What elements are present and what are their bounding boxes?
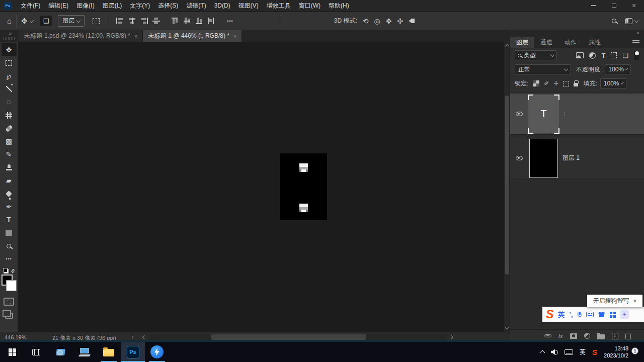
distribute-horizontal-icon[interactable] <box>152 18 160 24</box>
opacity-field[interactable]: 100% <box>605 64 631 74</box>
more-align-options-button[interactable]: ••• <box>227 19 233 24</box>
align-center-horizontal-icon[interactable] <box>128 18 136 24</box>
search-app-button[interactable] <box>48 342 72 362</box>
background-color-swatch[interactable] <box>6 280 17 291</box>
lock-all-icon[interactable] <box>574 83 578 86</box>
align-bottom-icon[interactable] <box>195 18 203 24</box>
layer-row-image[interactable]: 图层 1 <box>510 137 644 180</box>
new-layer-icon[interactable]: + <box>612 333 618 339</box>
workspace-switcher-icon[interactable] <box>625 18 632 24</box>
punctuation-button[interactable]: ’, <box>569 311 573 318</box>
vertical-scrollbar[interactable] <box>504 42 510 332</box>
adjustment-layer-icon[interactable] <box>584 333 590 339</box>
menu-layer[interactable]: 图层(L) <box>99 0 126 11</box>
tab-layers[interactable]: 图层 <box>510 37 534 48</box>
blend-mode-dropdown[interactable]: 正常 <box>515 64 571 74</box>
3d-camera-icon[interactable] <box>409 19 415 23</box>
horizontal-scrollbar[interactable] <box>149 334 447 340</box>
healing-brush-tool[interactable] <box>0 122 18 135</box>
chevron-down-icon[interactable] <box>634 18 638 22</box>
horizontal-scroll-thumb[interactable] <box>211 334 366 340</box>
search-icon[interactable] <box>612 19 616 23</box>
lasso-tool[interactable]: ℘ <box>0 69 18 82</box>
ai-write-icon[interactable]: ✦ <box>620 310 629 319</box>
3d-slide-icon[interactable]: ✣ <box>397 17 403 25</box>
menu-3d[interactable]: 3D(D) <box>210 0 234 11</box>
layer-name[interactable]: : <box>564 111 565 118</box>
text-layer-thumbnail[interactable]: T <box>528 95 559 133</box>
volume-icon[interactable] <box>551 349 558 355</box>
layer-row-text[interactable]: T : <box>510 94 644 135</box>
layer-name[interactable]: 图层 1 <box>562 154 580 162</box>
photoshop-taskbar-button[interactable]: Ps <box>121 342 145 362</box>
status-menu-arrow[interactable]: › <box>132 334 133 340</box>
vertical-scroll-thumb[interactable] <box>505 96 509 275</box>
lock-position-icon[interactable]: ✛ <box>553 80 558 87</box>
menu-file[interactable]: 文件(F) <box>17 0 44 11</box>
menu-image[interactable]: 图像(I) <box>72 0 98 11</box>
screen-mode-button[interactable] <box>5 313 13 319</box>
scroll-left-icon[interactable] <box>142 335 146 339</box>
close-tab-icon[interactable]: × <box>134 33 137 39</box>
menu-plugins[interactable]: 增效工具 <box>263 0 295 11</box>
align-top-icon[interactable] <box>171 18 179 24</box>
rectangle-tool[interactable] <box>0 226 18 239</box>
tab-properties[interactable]: 属性 <box>583 37 607 48</box>
touch-keyboard-icon[interactable] <box>565 349 573 355</box>
pattern-stamp-tool[interactable]: ▩ <box>0 135 18 148</box>
move-tool-icon[interactable]: ✥ <box>21 17 28 25</box>
scroll-up-icon[interactable] <box>505 44 509 48</box>
filter-type-layers-icon[interactable]: T <box>601 52 605 59</box>
fill-field[interactable]: 100% <box>600 78 626 88</box>
task-view-button[interactable] <box>24 342 48 362</box>
panel-menu-icon[interactable] <box>632 40 639 45</box>
filter-shape-layers-icon[interactable] <box>611 52 617 58</box>
move-tool[interactable]: ✥ <box>2 43 17 56</box>
marquee-tool[interactable] <box>0 56 18 69</box>
lightning-app-button[interactable] <box>145 342 169 362</box>
menu-help[interactable]: 帮助(H) <box>325 0 353 11</box>
chevron-down-icon[interactable] <box>29 18 33 22</box>
toolbar-grip[interactable] <box>4 37 15 40</box>
type-tool[interactable]: T <box>0 213 18 226</box>
canvas-area[interactable] <box>18 42 504 332</box>
lock-artboard-icon[interactable] <box>563 81 569 86</box>
link-layers-icon[interactable] <box>544 334 551 337</box>
document-tab-active[interactable]: 未标题-1 @ 446% (:, RGB/8) * × <box>143 30 242 42</box>
zoom-tool[interactable] <box>0 239 18 252</box>
pen-tool[interactable]: ✒ <box>0 200 18 213</box>
brush-tool[interactable]: ✎ <box>0 148 18 161</box>
magic-wand-tool[interactable] <box>0 82 18 96</box>
close-tab-icon[interactable]: × <box>233 33 236 39</box>
language-indicator[interactable]: 英 <box>580 348 586 356</box>
default-colors-icon[interactable] <box>3 268 9 274</box>
zoom-level-field[interactable]: 446.19% <box>5 334 26 340</box>
auto-select-target-dropdown[interactable]: 图层 <box>58 15 85 27</box>
start-button[interactable] <box>0 342 24 362</box>
visibility-cell[interactable] <box>510 112 528 116</box>
lock-pixels-icon[interactable]: ✐ <box>544 80 549 87</box>
new-group-icon[interactable] <box>597 334 605 339</box>
filter-adjustment-layers-icon[interactable] <box>589 52 596 59</box>
filter-toggle-switch[interactable] <box>634 51 639 60</box>
expand-panels-icon[interactable]: » <box>9 30 12 36</box>
scroll-down-icon[interactable] <box>505 325 509 329</box>
layer-filter-dropdown[interactable]: 类型 <box>515 50 557 60</box>
restore-button[interactable] <box>604 0 624 12</box>
toolbox-grid-icon[interactable] <box>610 312 616 318</box>
3d-roll-icon[interactable]: ◎ <box>374 17 380 25</box>
home-icon[interactable]: ⌂ <box>7 17 12 25</box>
image-layer-thumbnail[interactable] <box>529 139 558 178</box>
soft-keyboard-icon[interactable] <box>586 312 594 317</box>
remote-desktop-button[interactable] <box>72 342 97 362</box>
align-middle-icon[interactable] <box>183 18 191 24</box>
add-mask-icon[interactable] <box>570 333 577 339</box>
voice-input-icon[interactable] <box>578 312 582 317</box>
minimize-button[interactable] <box>584 0 604 12</box>
layer-style-button[interactable]: fx <box>558 333 563 339</box>
align-right-icon[interactable] <box>140 18 148 24</box>
paint-bucket-tool[interactable] <box>0 187 18 200</box>
selection-brush-tool[interactable]: ◌ <box>0 96 18 109</box>
delete-layer-icon[interactable] <box>625 334 631 339</box>
distribute-vertical-icon[interactable] <box>207 18 215 24</box>
